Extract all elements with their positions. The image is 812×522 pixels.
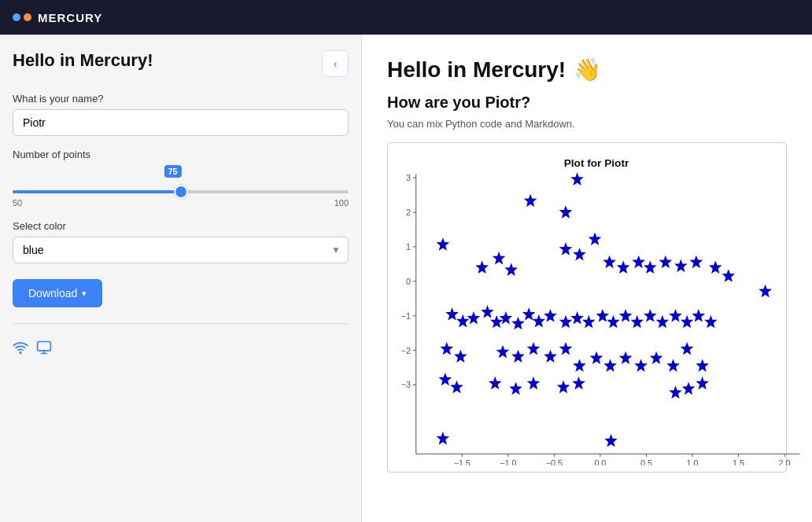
svg-text:3: 3 <box>406 173 411 182</box>
wifi-icon <box>13 340 28 359</box>
svg-point-0 <box>20 352 21 354</box>
star-data-point <box>674 259 688 273</box>
sidebar: Hello in Mercury! ‹ What is your name? N… <box>0 35 362 522</box>
star-data-point <box>590 351 603 365</box>
star-data-point <box>572 377 585 390</box>
star-data-point <box>496 345 510 358</box>
star-data-point <box>527 342 541 355</box>
star-data-point <box>692 309 705 322</box>
star-data-point <box>666 358 680 372</box>
star-data-point <box>681 342 694 355</box>
star-data-point <box>619 351 633 365</box>
points-slider[interactable] <box>13 190 349 193</box>
sidebar-header: Hello in Mercury! ‹ <box>13 50 349 77</box>
color-section: Select color blue red green black ▼ <box>13 220 349 263</box>
star-data-point <box>439 373 452 386</box>
svg-text:−3: −3 <box>401 380 411 389</box>
star-data-point <box>632 255 645 269</box>
star-data-point <box>630 315 644 329</box>
star-data-point <box>504 263 518 276</box>
star-data-point <box>656 315 670 329</box>
star-data-point <box>511 317 525 330</box>
content-title: Hello in Mercury! 👋 <box>387 57 787 83</box>
star-data-point <box>445 307 459 321</box>
monitor-icon <box>36 340 52 359</box>
sidebar-divider <box>13 323 349 324</box>
svg-rect-1 <box>38 342 51 351</box>
svg-text:2.0: 2.0 <box>779 458 791 465</box>
star-data-point <box>437 237 450 251</box>
collapse-button[interactable]: ‹ <box>322 50 349 77</box>
dot-orange <box>24 13 31 21</box>
svg-text:0.0: 0.0 <box>594 458 606 465</box>
chart-container: Plot for Piotr 3 2 1 0 −1 <box>387 142 787 472</box>
sidebar-title: Hello in Mercury! <box>13 50 153 71</box>
star-data-point <box>603 358 617 372</box>
star-data-point <box>573 248 586 261</box>
caret-down-icon: ▾ <box>82 289 87 299</box>
svg-text:1: 1 <box>406 242 411 252</box>
svg-text:2: 2 <box>406 208 411 217</box>
star-data-point <box>437 432 450 445</box>
svg-text:1.0: 1.0 <box>686 458 698 465</box>
star-data-point <box>544 309 557 322</box>
star-data-point <box>589 232 602 245</box>
star-data-point <box>559 342 573 355</box>
slider-max: 100 <box>334 198 349 208</box>
svg-text:−1: −1 <box>401 311 411 321</box>
nav-title: MERCURY <box>38 11 102 24</box>
color-select[interactable]: blue red green black <box>13 237 349 263</box>
name-input[interactable] <box>13 109 349 136</box>
star-data-point <box>481 305 494 318</box>
main-layout: Hello in Mercury! ‹ What is your name? N… <box>0 35 812 522</box>
star-data-point <box>570 172 584 186</box>
download-button[interactable]: Download ▾ <box>13 279 102 307</box>
dot-blue <box>13 13 20 21</box>
star-data-point <box>669 386 682 399</box>
name-section: What is your name? <box>13 93 349 136</box>
chart-title: Plot for Piotr <box>564 157 629 169</box>
star-data-point <box>493 252 506 265</box>
star-data-point <box>704 315 718 329</box>
star-data-point <box>659 255 673 269</box>
svg-text:0: 0 <box>406 277 411 286</box>
svg-text:1.5: 1.5 <box>733 458 744 465</box>
star-data-point <box>440 342 453 355</box>
star-data-point <box>489 377 502 390</box>
star-data-point <box>573 358 586 372</box>
color-label: Select color <box>13 220 349 232</box>
star-data-point <box>524 194 537 208</box>
star-data-point <box>467 311 481 325</box>
svg-text:−2: −2 <box>401 346 411 355</box>
star-data-point <box>454 350 467 363</box>
slider-label: Number of points <box>13 149 349 160</box>
content-desc: You can mix Python code and Markdown. <box>387 118 787 130</box>
star-data-point <box>450 380 463 394</box>
star-data-point <box>669 309 682 322</box>
content-title-text: Hello in Mercury! <box>387 57 566 83</box>
star-data-point <box>619 309 633 322</box>
svg-text:−0.5: −0.5 <box>546 458 563 465</box>
slider-range: 50 100 <box>13 198 349 208</box>
star-data-point <box>509 382 522 395</box>
star-data-point <box>644 261 657 274</box>
download-section: Download ▾ <box>13 276 349 307</box>
scatter-chart: Plot for Piotr 3 2 1 0 −1 <box>388 151 805 465</box>
content-area: Hello in Mercury! 👋 How are you Piotr? Y… <box>362 35 812 522</box>
svg-text:−1.0: −1.0 <box>500 458 516 465</box>
content-subtitle: How are you Piotr? <box>387 94 787 112</box>
star-data-point <box>607 315 620 329</box>
star-data-point <box>511 350 525 363</box>
star-data-point <box>559 242 573 255</box>
star-data-point <box>650 351 663 365</box>
star-data-point <box>559 315 573 329</box>
download-label: Download <box>28 287 77 300</box>
star-data-point <box>696 358 709 372</box>
name-label: What is your name? <box>13 93 349 105</box>
star-data-point <box>709 261 722 274</box>
star-data-point <box>681 315 694 329</box>
star-data-point <box>570 311 584 325</box>
wave-emoji: 👋 <box>574 57 601 83</box>
star-data-point <box>500 311 513 325</box>
star-data-point <box>557 380 570 394</box>
